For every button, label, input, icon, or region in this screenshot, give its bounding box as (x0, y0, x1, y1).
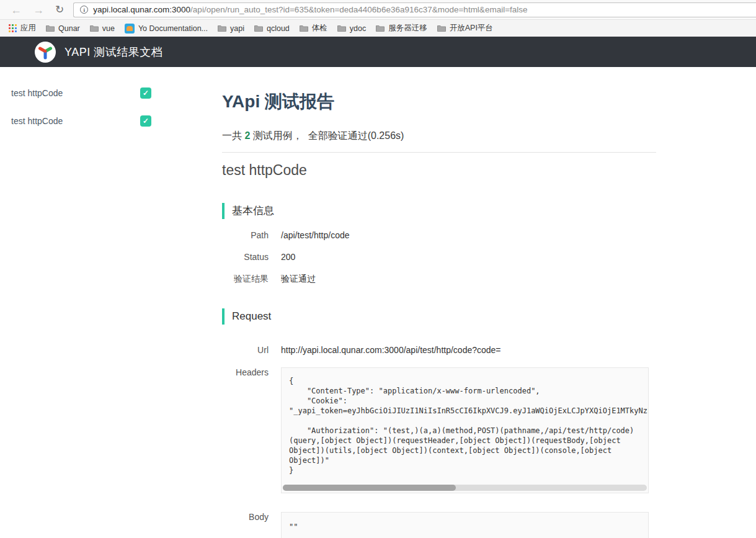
row-validation-result: 验证结果 验证通过 (222, 274, 656, 284)
section-title-request: Request (222, 308, 656, 325)
row-status: Status 200 (222, 252, 656, 262)
content-area: test httpCode ✓ test httpCode ✓ YApi 测试报… (0, 67, 756, 538)
report-title: YApi 测试报告 (222, 90, 656, 114)
bookmark-label: Qunar (58, 24, 80, 33)
row-label: Path (222, 230, 269, 241)
row-label: 验证结果 (222, 274, 269, 284)
row-value: "" (281, 512, 649, 538)
sidebar-item-test-httpcode-1[interactable]: test httpCode ✓ (11, 87, 151, 99)
row-body: Body "" (222, 512, 656, 538)
summary-divider (222, 152, 656, 153)
bookmark-label: yapi (230, 24, 244, 33)
bookmark-label: Yo Documentation... (138, 24, 208, 33)
browser-toolbar: ← → ↻ i yapi.local.qunar.com:3000/api/op… (0, 0, 756, 19)
bookmark-vue[interactable]: vue (85, 24, 120, 33)
folder-icon (46, 25, 55, 32)
row-value: { "Content-Type": "application/x-www-for… (281, 367, 649, 493)
row-url: Url http://yapi.local.qunar.com:3000/api… (222, 345, 656, 356)
app-header: YAPI 测试结果文档 (0, 37, 756, 67)
bookmark-label: 应用 (20, 23, 36, 34)
row-label: Body (222, 512, 269, 522)
bookmark-qunar[interactable]: Qunar (41, 24, 85, 33)
headers-code-block[interactable]: { "Content-Type": "application/x-www-for… (281, 367, 649, 493)
address-bar[interactable]: i yapi.local.qunar.com:3000/api/open/run… (73, 2, 756, 17)
basic-info-rows: Path /api/test/http/code Status 200 验证结果… (222, 230, 656, 284)
page-info-icon[interactable]: i (80, 6, 88, 14)
bookmark-ydoc[interactable]: ydoc (332, 24, 371, 33)
folder-icon (254, 25, 263, 32)
row-path: Path /api/test/http/code (222, 230, 656, 241)
summary-suffix: 测试用例， 全部验证通过(0.256s) (250, 130, 404, 141)
body-code-block: "" (281, 512, 649, 538)
folder-icon (437, 25, 446, 32)
row-value: http://yapi.local.qunar.com:3000/api/tes… (281, 345, 501, 356)
sidebar-item-label: test httpCode (11, 88, 63, 98)
row-label: Status (222, 252, 269, 262)
folder-icon (90, 25, 99, 32)
bookmark-apps[interactable]: 应用 (4, 23, 41, 34)
bookmark-label: ydoc (350, 24, 366, 33)
folder-icon (300, 25, 308, 32)
bookmark-server-migration[interactable]: 服务器迁移 (371, 23, 432, 34)
bookmark-label: 体检 (312, 23, 327, 34)
row-headers: Headers { "Content-Type": "application/x… (222, 367, 656, 493)
url-path: /api/open/run_auto_test?id=635&token=ded… (190, 5, 527, 14)
row-label: Url (222, 345, 269, 356)
bookmark-open-api-platform[interactable]: 开放API平台 (432, 23, 498, 34)
body-code: "" (282, 513, 648, 536)
check-icon: ✓ (140, 87, 151, 99)
bookmark-label: qcloud (267, 24, 290, 33)
bookmark-yo-documentation[interactable]: Yo Documentation... (120, 24, 213, 34)
sidebar-item-label: test httpCode (11, 116, 63, 126)
row-value: 验证通过 (281, 274, 316, 284)
bookmark-label: vue (102, 24, 115, 33)
folder-icon (376, 25, 385, 32)
summary-prefix: 一共 (222, 130, 244, 141)
row-label: Headers (222, 367, 269, 378)
scrollbar-thumb[interactable] (283, 485, 456, 491)
folder-icon (337, 25, 346, 32)
section-title-basic-info: 基本信息 (222, 203, 656, 219)
url-host: yapi.local.qunar.com:3000 (93, 5, 190, 14)
camel-favicon (125, 24, 135, 34)
sidebar: test httpCode ✓ test httpCode ✓ (0, 67, 162, 143)
check-icon: ✓ (140, 115, 151, 127)
horizontal-scrollbar[interactable] (283, 485, 647, 491)
bookmark-label: 开放API平台 (450, 23, 493, 34)
bookmarks-bar: 应用 Qunar vue Yo Documentation... yapi qc… (0, 19, 756, 37)
case-title: test httpCode (222, 162, 656, 179)
sidebar-item-test-httpcode-2[interactable]: test httpCode ✓ (11, 115, 151, 127)
page-title: YAPI 测试结果文档 (64, 45, 162, 60)
row-value: /api/test/http/code (281, 230, 350, 241)
apps-grid-icon (9, 24, 17, 32)
row-value: 200 (281, 252, 295, 262)
reload-icon[interactable]: ↻ (50, 4, 69, 15)
bookmark-tijian[interactable]: 体检 (295, 23, 332, 34)
bookmark-qcloud[interactable]: qcloud (249, 24, 295, 33)
report-main: YApi 测试报告 一共 2 测试用例， 全部验证通过(0.256s) test… (222, 67, 656, 538)
bookmark-yapi[interactable]: yapi (213, 24, 249, 33)
bookmark-label: 服务器迁移 (388, 23, 427, 34)
headers-code: { "Content-Type": "application/x-www-for… (282, 368, 648, 482)
folder-icon (218, 25, 226, 32)
yapi-logo-icon (35, 42, 56, 63)
forward-arrow-icon[interactable]: → (27, 4, 50, 16)
report-summary: 一共 2 测试用例， 全部验证通过(0.256s) (222, 130, 656, 143)
back-arrow-icon[interactable]: ← (5, 4, 27, 16)
